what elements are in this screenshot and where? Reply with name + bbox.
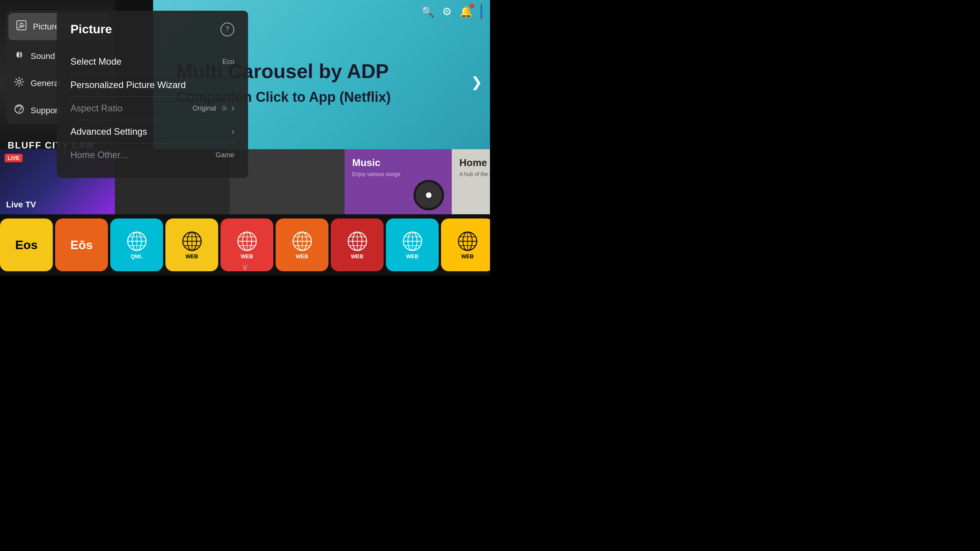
panel-header: Picture? (70, 22, 234, 36)
carousel-next-arrow[interactable]: ❯ (471, 74, 482, 90)
sidebar-label-picture: Picture (33, 22, 59, 32)
panel-item-value-aspect-ratio: Original (193, 104, 216, 112)
panel-item-row-select-mode: Select ModeEco (70, 56, 234, 67)
avatar[interactable]: 👤 (480, 3, 482, 20)
home-hub-tile[interactable]: Home Hub A hub of the smart home (452, 149, 490, 214)
search-icon[interactable]: 🔍 (421, 5, 434, 18)
music-disc (413, 180, 444, 210)
panel-item-right-home-other: Game (216, 151, 234, 159)
panel-item-row-home-other: Home Other...Game (70, 150, 234, 160)
app-icon-web-red-2[interactable]: WEB (331, 218, 384, 271)
panel-item-row-aspect-ratio: Aspect RatioOriginal › (70, 103, 234, 114)
panel-item-name-aspect-ratio: Aspect Ratio (70, 103, 122, 114)
sidebar-label-general: General (31, 78, 60, 88)
panel-item-row-personalized-picture-wizard: Personalized Picture Wizard (70, 80, 234, 90)
general-icon (14, 77, 24, 90)
panel-title: Picture (70, 22, 112, 36)
app-icon-qml-cyan-1[interactable]: QML (110, 218, 163, 271)
music-tile[interactable]: Music Enjoy various songs (345, 149, 452, 214)
panel-item-name-home-other: Home Other... (70, 150, 127, 160)
chevron-icon-advanced-settings: › (232, 127, 234, 137)
panel-item-value-home-other: Game (216, 151, 234, 159)
chevron-icon-aspect-ratio: › (232, 103, 234, 113)
settings-icon[interactable]: ⚙ (442, 5, 452, 18)
panel-item-value-select-mode: Eco (222, 58, 234, 66)
loading-icon (220, 104, 228, 113)
picture-panel: Picture?Select ModeEcoPersonalized Pictu… (57, 11, 248, 178)
sidebar-label-sound: Sound (31, 51, 55, 61)
app-icon-web-cyan[interactable]: WEB (386, 218, 439, 271)
svg-point-55 (20, 23, 23, 26)
panel-item-select-mode[interactable]: Select ModeEco (70, 50, 234, 73)
svg-point-60 (222, 106, 225, 109)
panel-item-name-advanced-settings: Advanced Settings (70, 126, 147, 137)
panel-item-right-advanced-settings: › (232, 127, 234, 137)
panel-item-right-aspect-ratio: Original › (193, 103, 234, 113)
panel-item-right-select-mode: Eco (222, 58, 234, 66)
app-icon-web-yellow[interactable]: WEB (165, 218, 218, 271)
app-icon-eos-orange[interactable]: Eōs (55, 218, 108, 271)
live-tv-label: Live TV (6, 200, 36, 210)
svg-point-56 (18, 80, 21, 83)
app-icon-eos-yellow[interactable]: Eos (0, 218, 53, 271)
panel-item-home-other[interactable]: Home Other...Game (70, 143, 234, 166)
panel-item-aspect-ratio[interactable]: Aspect RatioOriginal › (70, 97, 234, 120)
header-bar: 🔍 ⚙ 🔔 👤 (413, 0, 490, 23)
scroll-indicator: ∨ (242, 262, 248, 272)
app-icon-web-gold[interactable]: WEB (441, 218, 490, 271)
panel-item-row-advanced-settings: Advanced Settings› (70, 126, 234, 137)
panel-item-name-personalized-picture-wizard: Personalized Picture Wizard (70, 80, 186, 90)
sound-icon (14, 49, 24, 63)
help-icon[interactable]: ? (220, 23, 234, 36)
svg-point-59 (221, 105, 227, 110)
panel-item-personalized-picture-wizard[interactable]: Personalized Picture Wizard (70, 73, 234, 97)
live-badge: LIVE (5, 154, 23, 162)
picture-icon (16, 20, 27, 33)
app-icon-web-orange[interactable]: WEB (276, 218, 328, 271)
panel-item-name-select-mode: Select Mode (70, 56, 121, 67)
music-tile-title: Music (352, 157, 444, 169)
support-icon (14, 104, 24, 117)
notifications-icon[interactable]: 🔔 (459, 5, 473, 18)
svg-rect-54 (17, 21, 26, 30)
home-hub-subtitle: A hub of the smart home (459, 171, 490, 177)
panel-item-advanced-settings[interactable]: Advanced Settings› (70, 120, 234, 143)
music-tile-subtitle: Enjoy various songs (352, 171, 444, 177)
svg-point-58 (19, 111, 20, 112)
sidebar-label-support: Support (31, 106, 60, 116)
home-hub-title: Home Hub (459, 157, 490, 169)
